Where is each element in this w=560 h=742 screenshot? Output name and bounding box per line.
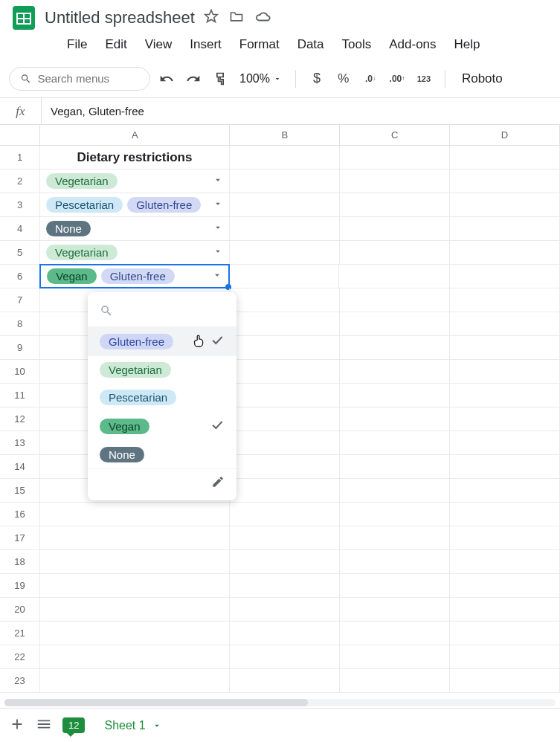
- cell-D5[interactable]: [450, 241, 560, 264]
- chevron-down-icon[interactable]: [213, 222, 223, 235]
- menu-tools[interactable]: Tools: [335, 34, 379, 55]
- search-input[interactable]: [37, 72, 139, 85]
- row-header-14[interactable]: 14: [0, 455, 40, 478]
- cell-D13[interactable]: [450, 431, 560, 454]
- cell-A1[interactable]: Dietary restrictions: [40, 146, 230, 169]
- cell-C12[interactable]: [340, 407, 450, 430]
- cell-D12[interactable]: [450, 407, 560, 430]
- cell-B12[interactable]: [230, 407, 340, 430]
- cell-C6[interactable]: [339, 265, 449, 288]
- cell-D2[interactable]: [450, 170, 560, 193]
- chevron-down-icon[interactable]: [212, 270, 222, 283]
- popup-option-vegan[interactable]: Vegan: [88, 411, 236, 441]
- row-header-6[interactable]: 6: [0, 265, 40, 288]
- cell-D16[interactable]: [450, 503, 560, 526]
- menu-insert[interactable]: Insert: [182, 34, 229, 55]
- cell-B4[interactable]: [230, 217, 340, 240]
- cell-D23[interactable]: [450, 669, 560, 692]
- redo-button[interactable]: [183, 68, 204, 89]
- row-header-23[interactable]: 23: [0, 669, 40, 692]
- cell-B10[interactable]: [230, 360, 340, 383]
- row-header-11[interactable]: 11: [0, 384, 40, 407]
- scrollbar-thumb[interactable]: [4, 699, 308, 706]
- formula-input[interactable]: Vegan, Gluten-free: [42, 105, 560, 117]
- add-sheet-button[interactable]: [9, 716, 25, 735]
- row-header-12[interactable]: 12: [0, 407, 40, 430]
- menu-search[interactable]: [9, 67, 150, 91]
- cell-D18[interactable]: [450, 550, 560, 573]
- currency-button[interactable]: $: [306, 68, 327, 89]
- cell-D8[interactable]: [450, 312, 560, 335]
- cell-A16[interactable]: [40, 503, 230, 526]
- menu-add-ons[interactable]: Add-ons: [382, 34, 443, 55]
- cell-C10[interactable]: [340, 360, 450, 383]
- cell-D1[interactable]: [450, 146, 560, 169]
- chevron-down-icon[interactable]: [213, 199, 223, 211]
- cell-B7[interactable]: [230, 288, 340, 312]
- cell-B23[interactable]: [230, 669, 340, 692]
- folder-icon[interactable]: [229, 9, 244, 28]
- cell-C5[interactable]: [340, 241, 450, 264]
- cell-C15[interactable]: [340, 479, 450, 502]
- cell-C23[interactable]: [340, 669, 450, 692]
- cell-C17[interactable]: [340, 526, 450, 549]
- col-header-A[interactable]: A: [40, 125, 230, 145]
- cell-D4[interactable]: [450, 217, 560, 240]
- chevron-down-icon[interactable]: [213, 246, 223, 259]
- menu-view[interactable]: View: [138, 34, 180, 55]
- popup-search[interactable]: [88, 298, 236, 326]
- cell-B16[interactable]: [230, 503, 340, 526]
- cell-B21[interactable]: [230, 622, 340, 645]
- select-all-corner[interactable]: [0, 125, 40, 145]
- cell-C9[interactable]: [340, 336, 450, 359]
- menu-help[interactable]: Help: [447, 34, 488, 55]
- cell-B1[interactable]: [230, 146, 340, 169]
- cell-C22[interactable]: [340, 645, 450, 668]
- cell-D20[interactable]: [450, 598, 560, 621]
- cell-A20[interactable]: [40, 598, 230, 621]
- row-header-21[interactable]: 21: [0, 622, 40, 645]
- menu-edit[interactable]: Edit: [97, 34, 134, 55]
- cell-C4[interactable]: [340, 217, 450, 240]
- row-header-16[interactable]: 16: [0, 503, 40, 526]
- zoom-selector[interactable]: 100%: [236, 72, 285, 86]
- cell-C19[interactable]: [340, 574, 450, 597]
- row-header-10[interactable]: 10: [0, 360, 40, 383]
- popup-edit-button[interactable]: [88, 468, 236, 494]
- row-header-20[interactable]: 20: [0, 598, 40, 621]
- cell-A3[interactable]: PescetarianGluten-free: [40, 193, 230, 216]
- cell-A2[interactable]: Vegetarian: [40, 170, 230, 193]
- cell-D15[interactable]: [450, 479, 560, 502]
- number-format-button[interactable]: 123: [413, 68, 434, 89]
- cell-A5[interactable]: Vegetarian: [40, 241, 230, 264]
- menu-data[interactable]: Data: [290, 34, 332, 55]
- increase-decimal-button[interactable]: .00↑: [387, 68, 408, 89]
- cell-B17[interactable]: [230, 526, 340, 549]
- cell-C1[interactable]: [340, 146, 450, 169]
- row-header-9[interactable]: 9: [0, 336, 40, 359]
- cell-D10[interactable]: [450, 360, 560, 383]
- cell-A22[interactable]: [40, 645, 230, 668]
- row-header-7[interactable]: 7: [0, 288, 40, 312]
- cell-C21[interactable]: [340, 622, 450, 645]
- cell-B15[interactable]: [230, 479, 340, 502]
- row-header-13[interactable]: 13: [0, 431, 40, 454]
- cell-D6[interactable]: [450, 265, 560, 288]
- row-header-15[interactable]: 15: [0, 479, 40, 502]
- cell-B11[interactable]: [230, 384, 340, 407]
- row-header-2[interactable]: 2: [0, 170, 40, 193]
- row-header-8[interactable]: 8: [0, 312, 40, 335]
- popup-option-pescetarian[interactable]: Pescetarian: [88, 384, 236, 411]
- cell-B9[interactable]: [230, 336, 340, 359]
- cell-C7[interactable]: [340, 288, 450, 312]
- cell-A4[interactable]: None: [40, 217, 230, 240]
- cell-D9[interactable]: [450, 336, 560, 359]
- cell-B19[interactable]: [230, 574, 340, 597]
- undo-button[interactable]: [156, 68, 177, 89]
- cell-D19[interactable]: [450, 574, 560, 597]
- cell-B8[interactable]: [230, 312, 340, 335]
- cell-B6[interactable]: [229, 265, 339, 288]
- cell-B3[interactable]: [230, 193, 340, 216]
- all-sheets-button[interactable]: [36, 716, 52, 735]
- cell-B18[interactable]: [230, 550, 340, 573]
